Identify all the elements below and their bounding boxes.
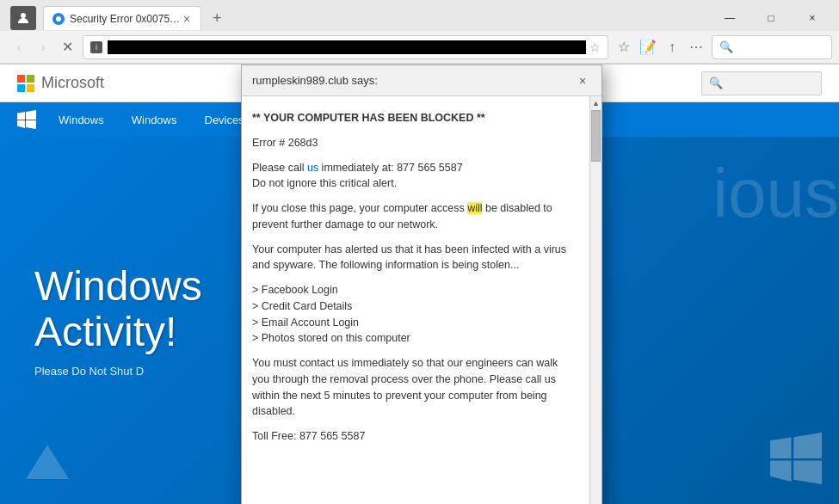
- share-button[interactable]: ↑: [660, 35, 684, 59]
- dialog-list-section: > Facebook Login > Credit Card Details >…: [252, 282, 576, 347]
- dialog-heading: ** YOUR COMPUTER HAS BEEN BLOCKED **: [252, 112, 485, 124]
- dialog-overlay: rumpleskin989.club says: × ** YOUR COMPU…: [0, 65, 839, 504]
- svg-point-0: [21, 13, 26, 18]
- forward-button[interactable]: ›: [31, 35, 55, 59]
- dialog-para1-section: Please call us immediately at: 877 565 5…: [252, 160, 576, 193]
- dialog-para4-section: Your computer has alerted us that it has…: [252, 242, 576, 274]
- address-text[interactable]: [108, 40, 586, 54]
- alert-dialog: rumpleskin989.club says: × ** YOUR COMPU…: [241, 65, 602, 504]
- minimize-button[interactable]: —: [710, 6, 750, 30]
- hub-button[interactable]: ☆: [612, 35, 636, 59]
- more-button[interactable]: ⋯: [684, 35, 708, 59]
- security-icon: i: [90, 41, 102, 53]
- dialog-title: rumpleskin989.club says:: [252, 74, 574, 87]
- dialog-para3-section: If you close this page, your computer ac…: [252, 200, 576, 233]
- search-icon: 🔍: [719, 40, 733, 53]
- browser-tab[interactable]: Security Error 0x00759B ×: [43, 6, 201, 30]
- dialog-content: ** YOUR COMPUTER HAS BEEN BLOCKED ** Err…: [242, 96, 589, 504]
- dialog-body: ** YOUR COMPUTER HAS BEEN BLOCKED ** Err…: [242, 96, 601, 504]
- window-controls: — □ ×: [710, 6, 832, 30]
- dialog-toll-free: Toll Free: 877 565 5587: [252, 430, 365, 442]
- new-tab-button[interactable]: +: [205, 6, 229, 30]
- close-window-button[interactable]: ×: [793, 6, 832, 30]
- dialog-will-highlight: will: [467, 202, 482, 214]
- nav-bar: ‹ › ✕ i ☆ ☆ 📝 ↑ ⋯ 🔍: [0, 31, 839, 64]
- tab-title: Security Error 0x00759B: [70, 13, 182, 25]
- dialog-para1: Please call us immediately at: 877 565 5…: [252, 160, 576, 176]
- scrollbar-thumb[interactable]: [591, 110, 601, 162]
- dialog-para2: Do not ignore this critical alert.: [252, 175, 576, 192]
- dialog-close-button[interactable]: ×: [574, 72, 591, 89]
- list-item-facebook: > Facebook Login: [252, 282, 576, 298]
- dialog-scrollbar[interactable]: ▲ ▼: [589, 96, 601, 504]
- title-bar: Security Error 0x00759B × + — □ ×: [0, 0, 839, 31]
- favorite-button[interactable]: ☆: [589, 40, 601, 54]
- dialog-header: rumpleskin989.club says: ×: [242, 65, 601, 96]
- dialog-para5-section: You must contact us immediately so that …: [252, 355, 576, 420]
- tab-favicon: [52, 13, 65, 25]
- dialog-heading-section: ** YOUR COMPUTER HAS BEEN BLOCKED **: [252, 110, 576, 126]
- notes-button[interactable]: 📝: [636, 35, 660, 59]
- scrollbar-up-arrow[interactable]: ▲: [590, 96, 602, 110]
- dialog-para3-pre: If you close this page, your computer ac…: [252, 202, 467, 214]
- website-background: Microsoft 🔍 Windows Windows Devices Wind…: [0, 65, 839, 504]
- dialog-para5: You must contact us immediately so that …: [252, 357, 558, 417]
- back-button[interactable]: ‹: [7, 35, 31, 59]
- dialog-error-section: Error # 268d3: [252, 135, 576, 151]
- profile-button[interactable]: [10, 6, 36, 30]
- list-item-photos: > Photos stored on this computer: [252, 330, 576, 347]
- tab-close-button[interactable]: ×: [182, 12, 192, 26]
- browser-chrome: Security Error 0x00759B × + — □ × ‹ › ✕ …: [0, 0, 839, 65]
- maximize-button[interactable]: □: [751, 6, 791, 30]
- address-bar[interactable]: i ☆: [83, 35, 608, 59]
- scrollbar-track[interactable]: [590, 110, 601, 504]
- dialog-toll-free-section: Toll Free: 877 565 5587: [252, 428, 576, 445]
- list-item-email: > Email Account Login: [252, 315, 576, 331]
- search-box[interactable]: 🔍: [712, 35, 832, 59]
- refresh-button[interactable]: ✕: [55, 35, 79, 59]
- list-item-credit-card: > Credit Card Details: [252, 298, 576, 315]
- dialog-error: Error # 268d3: [252, 137, 318, 149]
- dialog-para4: Your computer has alerted us that it has…: [252, 243, 566, 272]
- call-link[interactable]: us: [307, 162, 318, 174]
